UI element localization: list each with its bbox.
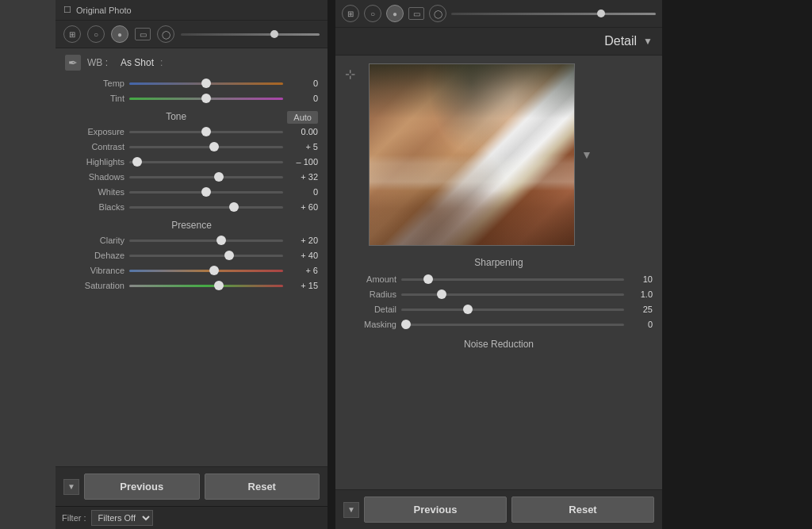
crop-icon[interactable]: ⊹ <box>345 67 362 84</box>
mini-slider[interactable] <box>181 33 320 36</box>
tool-icons-row: ⊞ ○ ● ▭ ◯ <box>56 21 327 48</box>
amount-value: 10 <box>629 274 653 284</box>
right-content: ⊹ ▼ Sharpening Amount 10 Radius <box>335 56 662 489</box>
adjust-section: ✒ WB : As Shot : Temp 0 Tint 0 <box>56 48 327 466</box>
contrast-slider-thumb <box>209 142 219 151</box>
right-collapse-button[interactable]: ▼ <box>343 502 359 518</box>
vibrance-slider-row: Vibrance + 6 <box>65 266 318 275</box>
right-mini-slider[interactable] <box>451 13 656 15</box>
temp-slider-track[interactable] <box>129 82 283 85</box>
shadows-value: + 32 <box>288 172 318 182</box>
radius-slider-thumb <box>437 289 446 299</box>
contrast-value: + 5 <box>288 142 318 151</box>
amount-slider-thumb <box>423 274 433 284</box>
amount-slider-row: Amount 10 <box>345 274 653 284</box>
tint-slider-track[interactable] <box>129 98 283 100</box>
radius-slider-track[interactable] <box>401 293 624 296</box>
shadows-slider-row: Shadows + 32 <box>65 172 318 182</box>
right-circle-filled-icon[interactable]: ● <box>386 5 404 22</box>
circle-outline-icon[interactable]: ○ <box>87 25 105 43</box>
detail-slider-row: Detail 25 <box>345 305 653 314</box>
left-reset-button[interactable]: Reset <box>205 473 320 500</box>
eyedropper-icon[interactable]: ✒ <box>65 55 81 71</box>
right-panel-arrow-icon: ▼ <box>581 148 592 161</box>
exposure-slider-thumb <box>201 127 211 136</box>
whites-slider-thumb <box>201 187 211 197</box>
right-previous-button[interactable]: Previous <box>364 496 507 523</box>
saturation-slider-track[interactable] <box>129 285 283 287</box>
detail-slider-track[interactable] <box>401 309 624 311</box>
blacks-slider-thumb <box>229 202 239 212</box>
sharpening-section: Sharpening Amount 10 Radius 1.0 Detail <box>345 257 653 329</box>
highlights-slider-row: Highlights – 100 <box>65 157 318 167</box>
right-rect-icon[interactable]: ▭ <box>408 7 424 20</box>
dehaze-slider-row: Dehaze + 40 <box>65 251 318 260</box>
highlights-label: Highlights <box>65 157 124 167</box>
amount-slider-track[interactable] <box>401 278 624 281</box>
right-grid-icon[interactable]: ⊞ <box>342 5 359 22</box>
blacks-value: + 60 <box>288 202 318 212</box>
detail-label: Detail <box>345 305 396 314</box>
contrast-slider-track[interactable] <box>129 146 283 148</box>
masking-slider-row: Masking 0 <box>345 320 653 329</box>
tint-slider-thumb <box>201 94 211 103</box>
highlights-slider-track[interactable] <box>129 161 283 163</box>
wb-label: WB : <box>87 57 108 68</box>
vibrance-value: + 6 <box>288 266 318 275</box>
vibrance-slider-track[interactable] <box>129 270 283 272</box>
whites-label: Whites <box>65 187 124 197</box>
right-mini-slider-thumb <box>597 10 605 17</box>
circle-filled-icon[interactable]: ● <box>111 25 128 43</box>
left-collapse-button[interactable]: ▼ <box>63 479 79 495</box>
wb-colon: : <box>160 57 163 68</box>
presence-header: Presence <box>65 220 318 231</box>
right-reset-button[interactable]: Reset <box>511 496 654 523</box>
exposure-slider-row: Exposure 0.00 <box>65 127 318 136</box>
right-circle-outline-icon[interactable]: ○ <box>364 5 381 22</box>
original-photo-label: Original Photo <box>76 6 132 15</box>
radius-label: Radius <box>345 289 396 299</box>
dehaze-slider-track[interactable] <box>129 255 283 257</box>
detail-header: Detail ▼ <box>335 28 662 56</box>
right-circle-big-icon[interactable]: ◯ <box>429 5 446 22</box>
blacks-label: Blacks <box>65 202 124 212</box>
exposure-slider-track[interactable] <box>129 131 283 133</box>
circle-big-icon[interactable]: ◯ <box>157 25 174 43</box>
tint-slider-row: Tint 0 <box>65 94 318 103</box>
rect-icon[interactable]: ▭ <box>135 28 151 40</box>
auto-button[interactable]: Auto <box>287 111 318 124</box>
saturation-label: Saturation <box>65 281 124 290</box>
grid-icon[interactable]: ⊞ <box>63 25 81 43</box>
detail-arrow-icon: ▼ <box>643 36 653 47</box>
left-panel-content: ☐ Original Photo ⊞ ○ ● ▭ ◯ <box>56 0 327 529</box>
contrast-slider-row: Contrast + 5 <box>65 142 318 151</box>
left-bottom-bar: ▼ Previous Reset <box>56 466 327 506</box>
radius-value: 1.0 <box>629 289 653 299</box>
tint-value: 0 <box>288 94 318 103</box>
exposure-label: Exposure <box>65 127 124 136</box>
filter-bar: Filter : Filters Off <box>56 506 327 529</box>
highlights-slider-thumb <box>132 157 142 167</box>
center-divider <box>329 0 335 529</box>
masking-label: Masking <box>345 320 396 329</box>
detail-preview-image <box>369 63 575 246</box>
detail-title: Detail <box>604 34 637 48</box>
filter-select[interactable]: Filters Off <box>91 510 153 526</box>
whites-value: 0 <box>288 187 318 197</box>
left-photo-strip <box>0 0 56 529</box>
clarity-value: + 20 <box>288 236 318 245</box>
whites-slider-track[interactable] <box>129 191 283 194</box>
blacks-slider-track[interactable] <box>129 206 283 209</box>
left-previous-button[interactable]: Previous <box>84 473 200 500</box>
clarity-slider-track[interactable] <box>129 240 283 242</box>
right-develop-panel: ⊞ ○ ● ▭ ◯ Detail ▼ ⊹ ▼ Sharpening Amount <box>335 0 662 529</box>
vibrance-label: Vibrance <box>65 266 124 275</box>
shadows-slider-track[interactable] <box>129 176 283 178</box>
wb-row: ✒ WB : As Shot : <box>65 55 318 71</box>
detail-slider-thumb <box>463 305 473 314</box>
tone-header: Auto Tone <box>65 111 318 122</box>
amount-label: Amount <box>345 274 396 284</box>
masking-slider-track[interactable] <box>401 324 624 326</box>
sharpening-title: Sharpening <box>345 257 653 268</box>
saturation-value: + 15 <box>288 281 318 290</box>
